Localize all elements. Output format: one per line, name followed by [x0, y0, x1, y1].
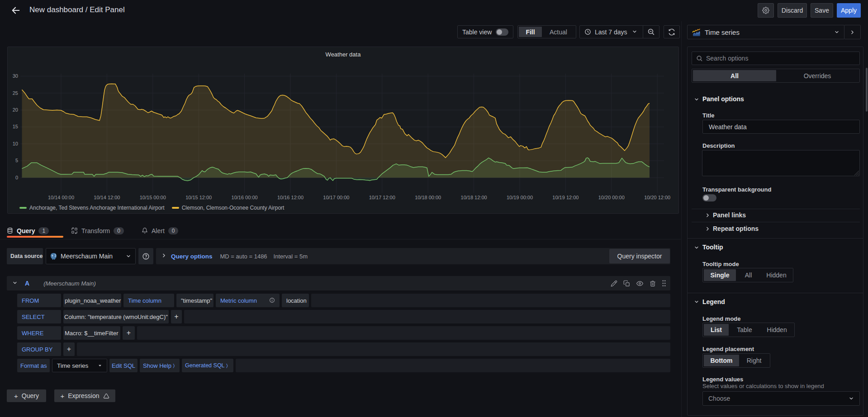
svg-text:10/20 00:00: 10/20 00:00 [598, 195, 625, 200]
svg-text:10/16 12:00: 10/16 12:00 [277, 195, 304, 200]
svg-text:10/15 00:00: 10/15 00:00 [140, 195, 166, 200]
svg-text:10/19 12:00: 10/19 12:00 [552, 195, 579, 200]
svg-text:10/19 00:00: 10/19 00:00 [507, 195, 533, 200]
svg-text:10/17 00:00: 10/17 00:00 [323, 195, 349, 200]
svg-text:10/18 12:00: 10/18 12:00 [461, 195, 487, 200]
svg-text:10: 10 [13, 141, 18, 146]
svg-text:10/17 12:00: 10/17 12:00 [369, 195, 395, 200]
svg-text:0: 0 [15, 175, 18, 180]
svg-text:10/14 12:00: 10/14 12:00 [94, 195, 120, 200]
svg-text:30: 30 [13, 73, 18, 79]
svg-text:10/20 12:00: 10/20 12:00 [644, 195, 670, 200]
svg-text:10/16 00:00: 10/16 00:00 [232, 195, 258, 200]
svg-text:5: 5 [15, 158, 18, 163]
svg-text:10/15 12:00: 10/15 12:00 [185, 195, 212, 200]
svg-text:25: 25 [13, 90, 18, 96]
svg-text:20: 20 [13, 107, 18, 112]
svg-text:15: 15 [13, 124, 18, 129]
svg-text:10/18 00:00: 10/18 00:00 [415, 195, 441, 200]
svg-text:10/14 00:00: 10/14 00:00 [48, 195, 74, 200]
